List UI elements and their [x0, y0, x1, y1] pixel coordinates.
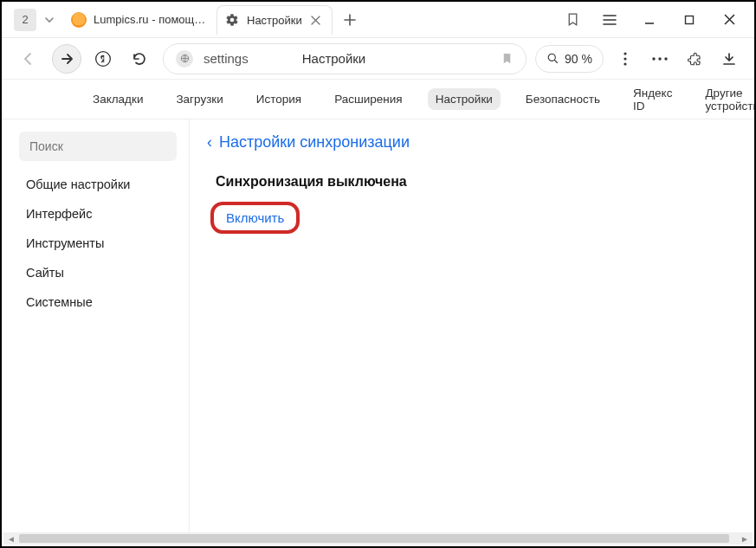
maximize-icon [684, 15, 695, 25]
main-panel: ‹ Настройки синхронизации Синхронизация … [189, 119, 754, 534]
nav-back-button[interactable] [14, 44, 43, 74]
dots-icon [652, 57, 668, 61]
tabs: Lumpics.ru - помощь с ком Настройки [64, 5, 362, 35]
kebab-menu-button[interactable] [612, 46, 638, 72]
sync-settings-title: Настройки синхронизации [219, 133, 410, 152]
gear-icon [224, 12, 240, 28]
bookmark-page-button[interactable] [501, 52, 514, 65]
settings-navtabs: Закладки Загрузки История Расширения Нас… [2, 80, 754, 119]
reload-button[interactable] [125, 44, 154, 74]
navtab-extensions[interactable]: Расширения [326, 88, 410, 110]
arrow-right-icon [59, 51, 74, 67]
close-icon [724, 14, 735, 25]
svg-point-8 [658, 57, 661, 60]
svg-point-9 [664, 57, 667, 60]
site-identity-icon[interactable] [176, 50, 193, 68]
chevron-down-icon [44, 15, 55, 25]
menu-button[interactable] [590, 3, 630, 37]
magnifier-icon [546, 52, 559, 65]
extensions-button[interactable] [682, 46, 708, 72]
sidebar-item-sites[interactable]: Сайты [14, 258, 182, 287]
sidebar: Поиск Общие настройки Интерфейс Инструме… [7, 119, 189, 534]
puzzle-icon [687, 51, 702, 67]
omnibox-title: Настройки [302, 51, 366, 66]
plus-icon [344, 14, 356, 26]
arrow-left-icon [21, 51, 36, 67]
sidebar-item-general[interactable]: Общие настройки [14, 170, 182, 199]
close-window-button[interactable] [709, 3, 749, 37]
sidebar-search-placeholder: Поиск [29, 139, 63, 153]
download-icon [722, 52, 736, 66]
tab-lumpics[interactable]: Lumpics.ru - помощь с ком [64, 5, 215, 35]
more-button[interactable] [647, 46, 673, 72]
navtab-bookmarks[interactable]: Закладки [85, 88, 151, 110]
yandex-home-button[interactable] [90, 46, 116, 72]
tab-group-count-badge[interactable]: 2 [14, 9, 36, 31]
maximize-button[interactable] [669, 3, 709, 37]
tab-title: Lumpics.ru - помощь с ком [94, 13, 206, 26]
omnibox[interactable]: settings Настройки [163, 43, 527, 74]
svg-point-6 [624, 62, 626, 65]
close-icon [311, 16, 320, 25]
bookmark-icon [501, 52, 514, 65]
navtab-yandex-id[interactable]: Яндекс ID [625, 82, 680, 117]
navtab-other-devices[interactable]: Другие устройства [697, 82, 756, 117]
content: Поиск Общие настройки Интерфейс Инструме… [2, 119, 754, 534]
minimize-icon [643, 14, 656, 26]
tab-group-chevron[interactable] [40, 9, 59, 31]
globe-icon [180, 54, 190, 63]
tab-close-button[interactable] [309, 13, 323, 27]
tab-settings[interactable]: Настройки [216, 5, 333, 35]
sidebar-item-system[interactable]: Системные [14, 287, 182, 317]
downloads-button[interactable] [716, 46, 742, 72]
navtab-history[interactable]: История [249, 88, 309, 110]
navtab-security[interactable]: Безопасность [518, 88, 608, 110]
svg-point-7 [652, 57, 655, 60]
tab-title: Настройки [247, 14, 302, 27]
navtab-downloads[interactable]: Загрузки [168, 88, 230, 110]
bookmarks-bar-button[interactable] [555, 3, 590, 37]
reload-icon [132, 51, 147, 67]
svg-rect-0 [686, 16, 694, 23]
navtab-settings[interactable]: Настройки [428, 88, 501, 110]
horizontal-scrollbar[interactable]: ◄ ► [3, 532, 753, 545]
new-tab-button[interactable] [338, 8, 362, 32]
bookmark-outline-icon [565, 12, 580, 27]
sync-status-heading: Синхронизация выключена [216, 174, 737, 190]
svg-point-1 [96, 51, 111, 66]
sync-settings-back-link[interactable]: ‹ Настройки синхронизации [207, 133, 737, 152]
scroll-right-button[interactable]: ► [737, 532, 753, 545]
nav-forward-button[interactable] [52, 44, 81, 74]
scroll-thumb[interactable] [19, 534, 729, 543]
minimize-button[interactable] [630, 3, 669, 37]
svg-point-5 [624, 57, 626, 60]
enable-sync-link[interactable]: Включить [226, 210, 284, 225]
sidebar-search-input[interactable]: Поиск [19, 132, 177, 161]
zoom-value: 90 % [565, 52, 592, 66]
toolbar: settings Настройки 90 % [2, 38, 754, 80]
scroll-left-button[interactable]: ◄ [3, 532, 19, 545]
yandex-icon [94, 50, 112, 68]
lumpics-favicon-icon [71, 12, 87, 28]
enable-sync-highlight: Включить [210, 202, 300, 234]
chevron-left-icon: ‹ [207, 133, 212, 152]
sidebar-item-tools[interactable]: Инструменты [14, 229, 182, 258]
omnibox-path: settings [204, 51, 249, 66]
zoom-control[interactable]: 90 % [535, 45, 604, 73]
window-controls [590, 3, 749, 37]
kebab-icon [624, 52, 627, 66]
svg-point-4 [624, 52, 626, 55]
sidebar-item-interface[interactable]: Интерфейс [14, 199, 182, 229]
titlebar: 2 Lumpics.ru - помощь с ком Настройки [2, 2, 754, 38]
hamburger-icon [603, 14, 617, 26]
